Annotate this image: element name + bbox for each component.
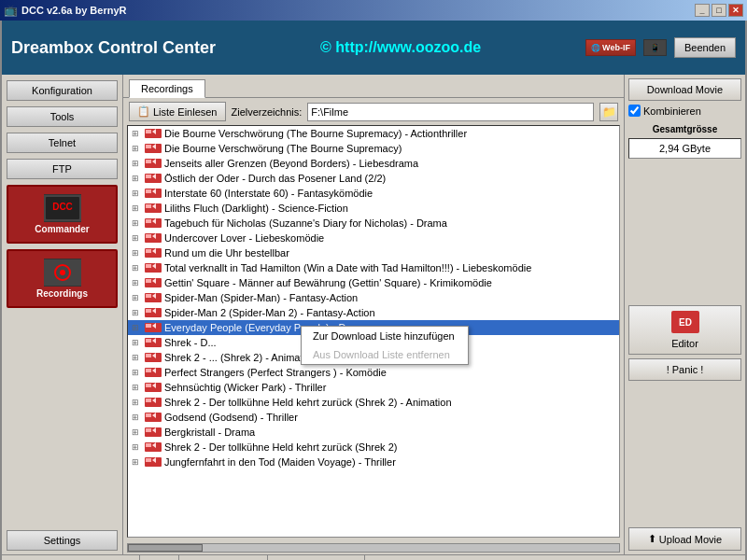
expand-icon: ⊞ <box>132 442 143 452</box>
ctx-add-to-download[interactable]: Zur Download Liste hinzufügen <box>302 327 468 345</box>
expand-icon: ⊞ <box>132 233 143 243</box>
svg-rect-49 <box>146 339 151 343</box>
file-label: Shrek - D... <box>164 337 217 348</box>
svg-rect-43 <box>146 309 151 313</box>
file-item[interactable]: ⊞Jenseits aller Grenzen (Beyond Borders)… <box>128 156 619 171</box>
svg-rect-13 <box>146 160 151 163</box>
expand-icon: ⊞ <box>132 218 143 228</box>
file-label: Spider-Man (Spider-Man) - Fantasy-Action <box>164 292 358 303</box>
file-label: Shrek 2 - ... (Shrek 2) - Animation <box>164 352 317 363</box>
sidebar: Konfiguration Tools Telnet FTP DCC Comma… <box>2 75 123 554</box>
file-type-icon <box>145 231 162 245</box>
file-label: Undercover Lover - Liebeskomödie <box>164 232 324 244</box>
file-item[interactable]: ⊞Shrek 2 - Der tollkühne Held kehrt zurü… <box>128 395 619 410</box>
kombinieren-checkbox[interactable] <box>628 105 641 117</box>
toolbar: 📋 Liste Einlesen Zielverzeichnis: 📁 <box>123 98 624 125</box>
svg-rect-16 <box>146 175 151 178</box>
file-item[interactable]: ⊞Gettin' Square - Männer auf Bewährung (… <box>128 275 619 290</box>
statusbar: Montag, 26. Dezember 2005 13:41 FTP conn… <box>2 554 745 560</box>
gesamtgroesse-label: Gesamtgrösse <box>628 124 741 134</box>
svg-rect-28 <box>146 234 151 238</box>
expand-icon: ⊞ <box>132 263 143 273</box>
svg-rect-52 <box>146 354 151 357</box>
header-url: © http://www.oozoo.de <box>320 39 481 56</box>
header-right: 🌐 Web-IF 📱 Beenden <box>585 37 736 58</box>
file-item[interactable]: ⊞Östlich der Oder - Durch das Posener La… <box>128 171 619 186</box>
titlebar-controls: _ □ ✕ <box>695 4 743 17</box>
recordings-tab[interactable]: Recordings <box>129 79 205 98</box>
file-item[interactable]: ⊞Interstate 60 (Interstate 60) - Fantasy… <box>128 186 619 201</box>
status-telnet: Telnet connected <box>268 555 365 560</box>
svg-rect-37 <box>146 279 151 283</box>
file-type-icon <box>145 172 162 185</box>
remote-button[interactable]: 📱 <box>643 39 667 56</box>
editor-icon: ED <box>671 311 699 335</box>
file-item[interactable]: ⊞Liliths Fluch (Darklight) - Science-Fic… <box>128 201 619 216</box>
beenden-button[interactable]: Beenden <box>674 37 736 58</box>
main-window: Dreambox Control Center © http://www.ooz… <box>0 21 747 560</box>
editor-button[interactable]: ED Editor <box>628 305 741 355</box>
file-type-icon <box>145 426 162 439</box>
file-label: Spider-Man 2 (Spider-Man 2) - Fantasy-Ac… <box>164 307 375 318</box>
ziel-input[interactable] <box>307 103 594 121</box>
liste-einlesen-button[interactable]: 📋 Liste Einlesen <box>129 102 226 121</box>
file-item[interactable]: ⊞Total verknallt in Tad Hamilton (Win a … <box>128 260 619 275</box>
svg-rect-31 <box>146 249 151 253</box>
ftp-button[interactable]: FTP <box>7 159 118 179</box>
expand-icon: ⊞ <box>132 248 143 258</box>
download-movie-button[interactable]: Download Movie <box>628 78 741 101</box>
file-item[interactable]: ⊞Die Bourne Verschwörung (The Bourne Sup… <box>128 141 619 156</box>
ctx-remove-from-download[interactable]: Aus Download Liste entfernen <box>302 345 468 364</box>
header: Dreambox Control Center © http://www.ooz… <box>2 21 745 75</box>
file-item[interactable]: ⊞Tagebuch für Nicholas (Suzanne's Diary … <box>128 216 619 231</box>
maximize-button[interactable]: □ <box>712 4 726 17</box>
file-type-icon <box>145 157 162 170</box>
tools-button[interactable]: Tools <box>7 106 118 127</box>
file-type-icon <box>145 396 162 409</box>
file-item[interactable]: ⊞Jungfernfahrt in den Tod (Maiden Voyage… <box>128 455 619 469</box>
file-type-icon <box>145 261 162 274</box>
expand-icon: ⊞ <box>132 383 143 392</box>
telnet-button[interactable]: Telnet <box>7 133 118 153</box>
svg-rect-22 <box>146 204 151 208</box>
konfiguration-button[interactable]: Konfiguration <box>7 80 118 101</box>
svg-rect-7 <box>146 130 151 133</box>
editor-label: Editor <box>671 338 698 349</box>
close-button[interactable]: ✕ <box>728 4 743 17</box>
expand-icon: ⊞ <box>132 278 143 287</box>
settings-button[interactable]: Settings <box>7 530 118 551</box>
file-label: Rund um die Uhr bestellbar <box>164 247 289 259</box>
file-item[interactable]: ⊞Sehnsüchtig (Wicker Park) - Thriller <box>128 380 619 395</box>
panic-button[interactable]: ! Panic ! <box>628 358 741 381</box>
file-item[interactable]: ⊞Die Bourne Verschwörung (The Bourne Sup… <box>128 126 619 141</box>
webif-label: Web-IF <box>602 43 630 52</box>
minimize-button[interactable]: _ <box>695 4 710 17</box>
file-item[interactable]: ⊞Bergkristall - Drama <box>128 425 619 440</box>
file-item[interactable]: ⊞Shrek 2 - Der tollkühne Held kehrt zurü… <box>128 440 619 455</box>
file-item[interactable]: ⊞Rund um die Uhr bestellbar <box>128 245 619 260</box>
ziel-browse-button[interactable]: 📁 <box>599 103 618 121</box>
status-date: Montag, 26. Dezember 2005 <box>6 555 140 560</box>
webif-icon: 🌐 <box>591 44 600 52</box>
file-item[interactable]: ⊞Perfect Strangers (Perfect Strangers ) … <box>128 365 619 380</box>
context-menu: Zur Download Liste hinzufügen Aus Downlo… <box>301 326 469 365</box>
file-type-icon <box>145 441 162 454</box>
expand-icon: ⊞ <box>132 398 143 407</box>
file-item[interactable]: ⊞Godsend (Godsend) - Thriller <box>128 410 619 425</box>
file-label: Bergkristall - Drama <box>164 427 255 438</box>
svg-text:DCC: DCC <box>52 202 73 212</box>
recordings-sidebar-button[interactable]: Recordings <box>7 249 118 308</box>
expand-icon: ⊞ <box>132 203 143 213</box>
file-label: Shrek 2 - Der tollkühne Held kehrt zurüc… <box>164 441 397 453</box>
horizontal-scrollbar[interactable] <box>123 541 624 554</box>
file-item[interactable]: ⊞Spider-Man 2 (Spider-Man 2) - Fantasy-A… <box>128 305 619 320</box>
upload-movie-button[interactable]: ⬆ Upload Movie <box>628 527 741 551</box>
webif-button[interactable]: 🌐 Web-IF <box>585 39 636 56</box>
commander-button[interactable]: DCC Commander <box>7 185 118 244</box>
svg-text:ED: ED <box>679 317 692 328</box>
titlebar-title: DCC v2.6a by BernyR <box>21 5 127 16</box>
file-item[interactable]: ⊞Spider-Man (Spider-Man) - Fantasy-Actio… <box>128 290 619 305</box>
file-label: Godsend (Godsend) - Thriller <box>164 412 298 423</box>
file-item[interactable]: ⊞Undercover Lover - Liebeskomödie <box>128 231 619 245</box>
file-type-icon <box>145 246 162 259</box>
